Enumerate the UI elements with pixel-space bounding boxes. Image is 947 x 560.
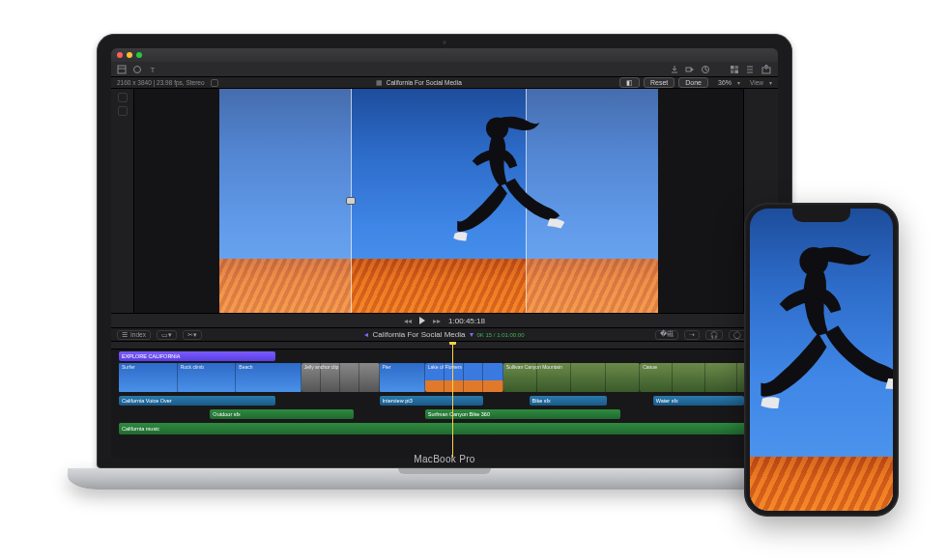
svg-text:T: T: [151, 66, 156, 74]
info-bar: 2160 x 3840 | 23.98 fps, Stereo ▦ Califo…: [111, 77, 778, 89]
viewer-canvas[interactable]: [134, 89, 743, 313]
video-clip[interactable]: Sullivan Canyon Mountain: [503, 363, 641, 392]
video-clip[interactable]: Beach: [236, 363, 301, 392]
index-button[interactable]: ☰Index: [117, 330, 151, 340]
main-toolbar: T: [111, 62, 778, 77]
audio-clip[interactable]: Water sfx: [653, 396, 744, 406]
video-editor-window: T: [111, 48, 778, 458]
audio-clip[interactable]: Interview pt3: [380, 396, 484, 406]
timeline-tracks: EXPLORE CALIFORNIA SurferRock climbBeach…: [111, 350, 778, 458]
crop-handle-left[interactable]: [346, 197, 356, 205]
share-icon[interactable]: [760, 64, 772, 74]
photos-icon[interactable]: [132, 65, 142, 74]
timeline-project-name: California For Social Media: [372, 330, 465, 339]
video-clip[interactable]: Lake of Flowers: [425, 363, 503, 392]
timeline-ruler[interactable]: [111, 342, 778, 350]
play-button[interactable]: [419, 317, 425, 324]
title-track: EXPLORE CALIFORNIA: [119, 351, 770, 361]
chevron-down-icon[interactable]: ▾: [769, 79, 772, 86]
browser-sidebar: [111, 89, 134, 313]
playhead[interactable]: [452, 342, 453, 458]
audio-clip[interactable]: California Voice Over: [119, 396, 275, 406]
reset-button[interactable]: Reset: [644, 77, 674, 88]
timeline-toolbar: ☰Index ▭▾ ✂▾ ◂ California For Social Med…: [111, 328, 778, 342]
iphone-notch: [792, 209, 850, 222]
svg-rect-0: [118, 66, 126, 73]
svg-rect-9: [735, 70, 739, 73]
chevron-down-icon[interactable]: ▾: [470, 330, 474, 339]
snapping-icon[interactable]: �磁: [655, 330, 678, 340]
audio-clip[interactable]: Bike sfx: [530, 396, 608, 406]
chevron-down-icon[interactable]: ▾: [737, 79, 740, 86]
prev-edit-icon[interactable]: ◂◂: [404, 317, 412, 325]
video-clip[interactable]: Surfer: [119, 363, 178, 392]
color-inspector-icon[interactable]: [730, 65, 739, 74]
iphone-device: [744, 203, 899, 517]
video-clip[interactable]: Jelly anchor clip: [301, 363, 380, 392]
video-clip[interactable]: Pier: [380, 363, 425, 392]
primary-storyline: SurferRock climbBeachJelly anchor clipPi…: [119, 363, 770, 394]
title-clip[interactable]: EXPLORE CALIFORNIA: [119, 351, 275, 361]
trim-tool[interactable]: ✂▾: [183, 330, 202, 340]
music-clip[interactable]: California music: [119, 423, 770, 434]
audio-clip[interactable]: Surfman Canyon Bike 360: [425, 409, 620, 419]
film-icon: ▦: [376, 79, 383, 87]
hide-browser-icon[interactable]: [118, 93, 128, 102]
svg-rect-4: [686, 68, 691, 71]
crop-tool-indicator[interactable]: ◧: [619, 77, 640, 88]
close-icon[interactable]: [117, 52, 123, 58]
import-icon[interactable]: [670, 65, 679, 74]
inspector-icon[interactable]: [745, 65, 755, 74]
clip-specs: 2160 x 3840 | 23.98 fps, Stereo: [117, 79, 205, 86]
video-clip[interactable]: Rock climb: [178, 363, 237, 392]
connected-audio-track-a: California Voice OverInterview pt3Bike s…: [119, 396, 770, 407]
macbook-device: T: [97, 34, 792, 490]
settings-icon[interactable]: [211, 79, 218, 87]
done-button[interactable]: Done: [678, 77, 708, 88]
crop-mask-left: [219, 89, 351, 313]
svg-rect-8: [731, 70, 734, 73]
iphone-screen: [750, 209, 893, 511]
library-icon[interactable]: [117, 65, 127, 74]
project-title: California For Social Media: [387, 79, 462, 86]
tools-keyword-icon[interactable]: [685, 65, 695, 74]
svg-point-2: [134, 66, 141, 72]
camera-dot: [443, 41, 446, 44]
connected-audio-track-b: Outdoor sfxSurfman Canyon Bike 360: [119, 409, 770, 421]
view-menu[interactable]: View: [750, 79, 763, 86]
next-edit-icon[interactable]: ▸▸: [433, 317, 441, 325]
zoom-percent[interactable]: 36%: [718, 79, 732, 86]
macbook-base: MacBook Pro: [68, 468, 821, 490]
chevron-left-icon[interactable]: ◂: [364, 330, 368, 339]
titles-icon[interactable]: T: [148, 65, 158, 74]
svg-rect-7: [735, 66, 739, 70]
macbook-screen-bezel: T: [97, 34, 792, 468]
maximize-icon[interactable]: [136, 52, 142, 58]
transport-bar: ◂◂ ▸▸ 1:00:45:18: [111, 313, 778, 328]
window-titlebar[interactable]: [111, 48, 778, 62]
music-track: California music: [119, 423, 770, 436]
runner-figure: [404, 111, 606, 286]
macbook-hinge-notch: [398, 468, 491, 474]
timeline[interactable]: EXPLORE CALIFORNIA SurferRock climbBeach…: [111, 342, 778, 458]
select-tool[interactable]: ▭▾: [157, 330, 177, 340]
background-tasks-icon[interactable]: [701, 65, 710, 74]
minimize-icon[interactable]: [127, 52, 132, 58]
svg-rect-6: [731, 66, 734, 70]
timecode-display: 1:00:45:18: [448, 317, 485, 325]
duration-readout: 0K 15 / 1:01:00:00: [477, 332, 525, 338]
runner-figure: [757, 238, 893, 487]
device-label: MacBook Pro: [414, 454, 474, 464]
skimming-icon[interactable]: ⇢: [684, 330, 700, 340]
video-frame: [219, 89, 658, 313]
audio-clip[interactable]: Outdoor sfx: [210, 409, 353, 419]
clip-appearance-icon[interactable]: [118, 106, 128, 116]
audio-skim-icon[interactable]: 🎧: [705, 330, 723, 340]
viewer-area: [111, 89, 778, 313]
